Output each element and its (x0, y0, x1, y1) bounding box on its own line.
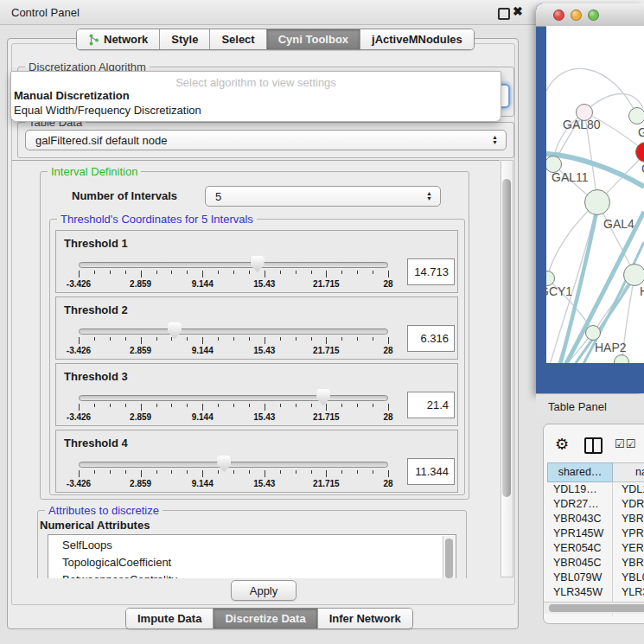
threshold-3-slider-thumb[interactable] (316, 389, 330, 405)
apply-button[interactable]: Apply (231, 580, 296, 601)
threshold-1-slider-track[interactable] (79, 262, 388, 268)
slider-tick (373, 337, 373, 341)
threshold-3-value-field[interactable]: 21.4 (407, 392, 455, 418)
table-cell[interactable]: YBR045C (547, 557, 613, 571)
stepper-arrows-icon: ▲▼ (426, 191, 432, 201)
slider-tick-label: 28 (383, 279, 392, 289)
close-traffic-light-icon[interactable] (553, 10, 564, 21)
slider-tick-label: -3.426 (67, 479, 91, 488)
table-hscrollbar-track[interactable] (544, 602, 644, 614)
threshold-4-slider-thumb[interactable] (217, 456, 231, 472)
network-node-g[interactable] (628, 107, 644, 124)
slider-tick (280, 337, 281, 341)
threshold-1-value-field[interactable]: 14.713 (407, 258, 455, 285)
tab-style[interactable]: Style (160, 29, 210, 49)
slider-tick (280, 271, 281, 274)
threshold-3-slider-track[interactable] (79, 395, 388, 401)
slider-tick (110, 470, 111, 474)
slider-tick (265, 337, 265, 344)
tab-jactivemnodules[interactable]: jActiveMNodules (360, 29, 474, 49)
tab-label: jActiveMNodules (372, 33, 462, 46)
attribute-list-item[interactable]: SelfLoops (48, 537, 456, 554)
settings-scrollbar-thumb[interactable] (502, 179, 511, 497)
slider-tick-label: 21.715 (313, 279, 340, 289)
attributes-list-scrollbar[interactable] (443, 536, 455, 578)
slider-tick (79, 470, 80, 477)
slider-tick (94, 337, 95, 341)
table-cell[interactable]: YLR3 (613, 586, 644, 601)
network-canvas[interactable]: GAL80GCGAL11GAL4GCY1HHAP2 (546, 26, 644, 363)
threshold-1-box: Threshold 1-3.4262.8599.14415.4321.71528… (55, 230, 458, 293)
threshold-2-slider-track[interactable] (79, 328, 388, 335)
slider-tick (79, 404, 80, 411)
table-cell[interactable]: YBR043C (547, 513, 613, 527)
slider-tick (156, 470, 157, 474)
table-cell[interactable]: YPR145W (547, 527, 613, 542)
slider-tick-label: 21.715 (313, 412, 340, 422)
slider-tick (125, 470, 126, 474)
slider-tick (326, 470, 327, 477)
slider-tick (296, 337, 296, 341)
threshold-3-label: Threshold 3 (64, 370, 128, 383)
table-cell[interactable]: YBL079W (547, 571, 613, 586)
slider-tick (171, 470, 172, 474)
top-tabs: NetworkStyleSelectCyni ToolboxjActiveMNo… (76, 29, 475, 50)
popup-option-manual-discretization[interactable]: Manual Discretization (14, 89, 130, 102)
minimize-traffic-light-icon[interactable] (571, 10, 582, 21)
slider-tick-label: 21.715 (313, 479, 340, 488)
threshold-1-slider-thumb[interactable] (251, 256, 265, 272)
slider-tick (233, 271, 234, 274)
slider-tick-label: 28 (383, 346, 392, 355)
slider-tick (218, 271, 219, 274)
table-cell[interactable]: YPR1 (613, 527, 644, 542)
table-panel-title: Table Panel (548, 400, 607, 413)
table-cell[interactable]: YBL0 (613, 571, 644, 586)
attribute-list-item[interactable]: BetweennessCentrality (48, 571, 456, 578)
threshold-4-slider-track[interactable] (79, 462, 388, 468)
node-label: GCY1 (546, 284, 572, 298)
zoom-traffic-light-icon[interactable] (588, 10, 599, 21)
column-header-name[interactable]: na (613, 462, 644, 482)
table-data-combobox[interactable]: galFiltered.sif default node ▲▼ (25, 130, 507, 150)
threshold-4-value-field[interactable]: 11.344 (407, 458, 455, 485)
tab-network[interactable]: Network (77, 29, 160, 49)
table-cell[interactable]: YER054C (547, 542, 613, 557)
network-node-h[interactable] (623, 264, 644, 286)
threshold-2-value-field[interactable]: 6.316 (407, 325, 455, 352)
attributes-list-scrollbar-thumb[interactable] (445, 539, 453, 578)
slider-tick-label: 2.859 (130, 279, 151, 289)
tab-cyni-toolbox[interactable]: Cyni Toolbox (267, 29, 360, 49)
subtab-discretize-data[interactable]: Discretize Data (214, 609, 317, 628)
slider-tick (141, 271, 142, 277)
checkbox-icons[interactable]: ☑☑ (615, 437, 636, 450)
gear-icon[interactable]: ⚙ (555, 435, 569, 454)
split-columns-icon[interactable] (584, 437, 603, 454)
table-cell[interactable]: YDL19… (547, 483, 613, 498)
table-cell[interactable]: YBR0 (613, 557, 644, 571)
slider-tick-label: 28 (383, 479, 392, 488)
table-cell[interactable]: YDR27… (547, 498, 613, 513)
node-label: H (640, 284, 644, 298)
table-cell[interactable]: YBR0 (613, 513, 644, 527)
subtab-infer-network[interactable]: Infer Network (318, 609, 412, 628)
subtab-impute-data[interactable]: Impute Data (126, 609, 214, 628)
close-icon[interactable]: ✖ (513, 4, 523, 18)
column-header-shared-name[interactable]: shared… (547, 462, 613, 482)
slider-tick-label: 2.859 (130, 479, 151, 488)
float-window-icon[interactable] (498, 8, 510, 20)
slider-tick-label: -3.426 (67, 279, 91, 289)
table-hscrollbar-thumb[interactable] (549, 604, 644, 612)
attribute-list-item[interactable]: TopologicalCoefficient (48, 554, 456, 571)
slider-tick (156, 404, 157, 407)
network-node-hap2[interactable] (585, 325, 601, 341)
tab-select[interactable]: Select (210, 29, 266, 49)
network-node-gal4[interactable] (584, 189, 610, 215)
table-cell[interactable]: YDL1 (613, 483, 644, 498)
threshold-2-slider-thumb[interactable] (168, 322, 182, 339)
table-cell[interactable]: YDR2 (613, 498, 644, 513)
number-of-intervals-combobox[interactable]: 5 ▲▼ (205, 186, 441, 207)
popup-option-equal-width-frequency[interactable]: Equal Width/Frequency Discretization (14, 104, 201, 117)
table-cell[interactable]: YLR345W (547, 586, 613, 601)
numerical-attributes-list[interactable]: SelfLoopsTopologicalCoefficientBetweenne… (48, 534, 456, 578)
table-cell[interactable]: YER0 (613, 542, 644, 557)
